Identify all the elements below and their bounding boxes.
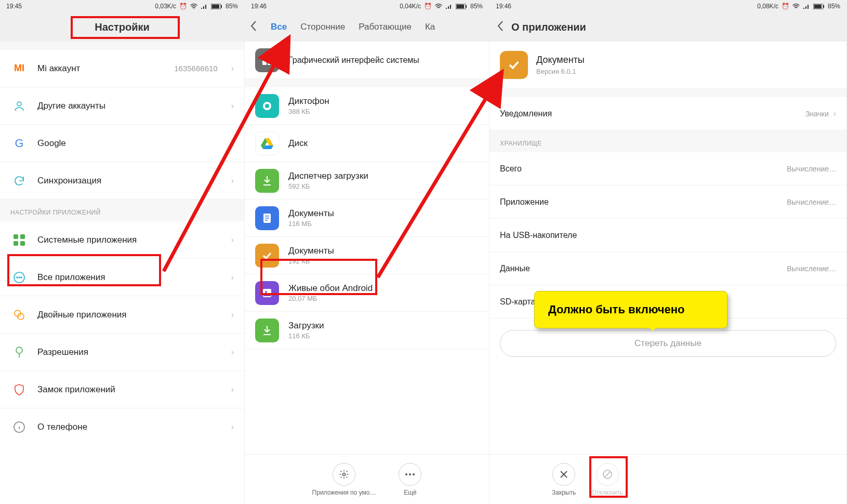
docs-miui-icon — [255, 244, 279, 268]
app-icon — [255, 94, 279, 118]
chevron-right-icon: › — [231, 273, 234, 282]
app-row-recorder[interactable]: Диктофон388 КБ — [245, 87, 489, 125]
status-battery: 85% — [470, 3, 483, 10]
app-row-drive[interactable]: Диск — [245, 125, 489, 162]
row-dual-apps[interactable]: Двойные приложения › — [0, 296, 244, 334]
tooltip: Должно быть включено — [534, 291, 727, 328]
app-tabs: Все Сторонние Работающие Ка — [245, 12, 489, 42]
app-row-docs-google[interactable]: Документы116 МБ — [245, 200, 489, 237]
row-label: Mi аккаунт — [37, 63, 165, 74]
row-about-phone[interactable]: О телефоне › — [0, 408, 244, 446]
about-header: О приложении — [489, 12, 846, 42]
svg-rect-21 — [262, 61, 267, 65]
erase-data-button[interactable]: Стереть данные — [500, 330, 836, 357]
app-size: 192 КБ — [288, 257, 479, 265]
bottom-actions: Приложения по умо… Ещё — [245, 454, 489, 504]
app-name: Диспетчер загрузки — [288, 171, 479, 181]
page-title: О приложении — [511, 21, 586, 33]
svg-rect-22 — [268, 61, 272, 65]
svg-point-10 — [19, 277, 20, 278]
page-title: Настройки — [95, 21, 150, 33]
svg-rect-39 — [814, 4, 822, 8]
svg-point-35 — [405, 473, 407, 475]
signal-icon — [803, 4, 810, 9]
alarm-icon: ⏰ — [782, 3, 789, 10]
status-speed: 0,03K/c — [155, 3, 176, 10]
row-google[interactable]: G Google › — [0, 125, 244, 162]
permission-icon — [10, 343, 28, 361]
button-label: Закрыть — [552, 489, 576, 496]
row-label: Данные — [500, 264, 530, 273]
chevron-right-icon: › — [231, 385, 234, 394]
status-bar: 19:46 0,08K/c ⏰ 85% — [489, 0, 846, 12]
svg-rect-31 — [265, 220, 268, 221]
app-row-systemui[interactable]: Графический интерфейс системы — [245, 42, 489, 79]
back-button[interactable] — [497, 20, 504, 34]
disable-button[interactable]: Отключить — [591, 463, 623, 496]
tab-thirdparty[interactable]: Сторонние — [300, 22, 345, 32]
svg-point-11 — [21, 277, 22, 278]
app-row-download-manager[interactable]: Диспетчер загрузки592 КБ — [245, 162, 489, 200]
close-button[interactable]: Закрыть — [552, 463, 576, 496]
row-notifications[interactable]: Уведомления Значки › — [489, 97, 846, 130]
row-sync[interactable]: Синхронизация › — [0, 162, 244, 200]
all-apps-screen: 19:46 0,04K/c ⏰ 85% Все Сторонние Работа… — [245, 0, 489, 504]
row-app-lock[interactable]: Замок приложений › — [0, 371, 244, 408]
svg-point-36 — [409, 473, 411, 475]
button-label: Ещё — [404, 489, 417, 496]
tab-running[interactable]: Работающие — [359, 22, 412, 32]
app-name: Документы — [288, 208, 479, 219]
apps-list[interactable]: Графический интерфейс системы Диктофон38… — [245, 42, 489, 504]
app-name: Документы — [536, 55, 585, 65]
app-name: Документы — [288, 246, 479, 256]
bottom-actions: Закрыть Отключить — [489, 454, 846, 504]
mi-icon: MI — [10, 60, 28, 77]
download-icon — [255, 319, 279, 342]
page-title-header: Настройки — [0, 12, 244, 42]
app-row-docs-miui[interactable]: Документы192 КБ — [245, 237, 489, 274]
svg-rect-29 — [265, 216, 269, 217]
row-label: Синхронизация — [37, 176, 222, 186]
grid-icon — [10, 231, 28, 249]
app-size: 592 КБ — [288, 182, 479, 190]
tooltip-text: Должно быть включено — [548, 303, 685, 316]
app-row-livewallpapers[interactable]: Живые обои Android20,07 МБ — [245, 274, 489, 312]
row-label: Google — [37, 138, 222, 149]
status-bar: 19:46 0,04K/c ⏰ 85% — [245, 0, 489, 12]
status-time: 19:46 — [496, 3, 511, 10]
settings-list[interactable]: MI Mi аккаунт 1635666610 › Другие аккаун… — [0, 42, 244, 504]
row-value: Вычисление… — [787, 198, 836, 206]
app-name: Диктофон — [288, 96, 479, 107]
app-size: 20,07 МБ — [288, 295, 479, 302]
row-mi-account[interactable]: MI Mi аккаунт 1635666610 › — [0, 50, 244, 87]
app-size: 388 КБ — [288, 108, 479, 115]
row-permissions[interactable]: Разрешения › — [0, 334, 244, 371]
app-row-downloads[interactable]: Загрузки116 КБ — [245, 312, 489, 349]
default-apps-button[interactable]: Приложения по умо… — [312, 463, 376, 496]
row-all-apps[interactable]: Все приложения › — [0, 259, 244, 296]
battery-icon — [813, 4, 825, 9]
docs-icon — [255, 206, 279, 230]
svg-rect-20 — [268, 56, 272, 60]
svg-point-24 — [265, 104, 269, 108]
svg-rect-7 — [20, 241, 25, 246]
status-speed: 0,08K/c — [757, 3, 778, 10]
chevron-right-icon: › — [231, 235, 234, 245]
row-label: Замок приложений — [37, 384, 222, 395]
svg-point-37 — [413, 473, 415, 475]
row-value: Вычисление… — [787, 264, 836, 273]
sync-icon — [10, 172, 28, 190]
person-icon — [10, 97, 28, 115]
app-size: 116 МБ — [288, 220, 479, 228]
row-label: Разрешения — [37, 347, 222, 357]
tab-all[interactable]: Все — [271, 22, 287, 32]
status-speed: 0,04K/c — [400, 3, 421, 10]
row-label: SD-карта — [500, 297, 535, 307]
svg-rect-4 — [14, 234, 18, 239]
tab-cached[interactable]: Ка — [425, 22, 435, 32]
status-time: 19:45 — [6, 3, 22, 10]
row-other-accounts[interactable]: Другие аккаунты › — [0, 87, 244, 125]
back-button[interactable] — [250, 20, 257, 34]
more-button[interactable]: Ещё — [399, 463, 421, 496]
row-system-apps[interactable]: Системные приложения › — [0, 221, 244, 259]
